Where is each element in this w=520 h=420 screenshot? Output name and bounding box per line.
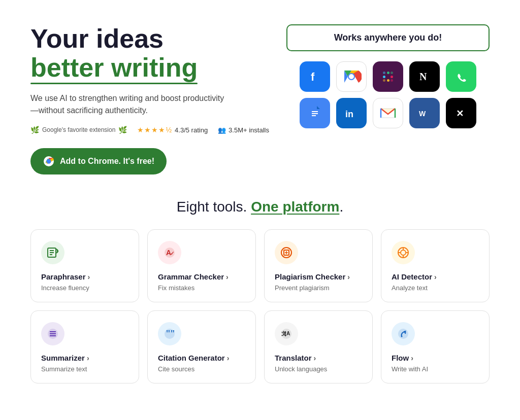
plagiarism-name: Plagiarism Checker › [275, 272, 362, 281]
chrome-icon [336, 61, 367, 92]
svg-text:f: f [311, 71, 315, 83]
add-chrome-button[interactable]: Add to Chrome. It's free! [30, 148, 167, 174]
citation-icon: " " [158, 322, 181, 345]
works-anywhere-button[interactable]: Works anywhere you do! [286, 24, 490, 51]
flow-desc: Write with AI [392, 365, 479, 373]
svg-text:in: in [345, 109, 353, 119]
grammar-icon: A ✓ [158, 241, 181, 264]
paraphraser-desc: Increase fluency [41, 284, 128, 292]
rating-value: 4.3/5 rating [175, 126, 208, 134]
people-icon: 👥 [218, 126, 226, 134]
svg-point-54 [398, 329, 408, 339]
google-label: Google's favorite extension [42, 126, 115, 133]
laurel-left: 🌿 [30, 126, 39, 134]
svg-rect-20 [312, 115, 316, 116]
notion-icon: N [409, 61, 440, 92]
star-icons: ★★★★½ [137, 126, 172, 134]
title-line2: better writing [30, 53, 198, 82]
plagiarism-icon [275, 241, 298, 264]
svg-rect-12 [391, 72, 393, 74]
section-title: Eight tools. One platform. [30, 199, 490, 215]
tool-card-grammar[interactable]: A ✓ Grammar Checker › Fix mistakes [147, 229, 256, 302]
flow-name: Flow › [392, 354, 479, 362]
citation-desc: Cite sources [158, 365, 245, 373]
hero-title: Your ideas better writing [30, 24, 274, 82]
svg-point-6 [349, 74, 354, 79]
translator-name: Translator › [275, 354, 362, 362]
translator-icon: 文 A [275, 322, 298, 345]
title-writing: writing [111, 53, 198, 82]
grammar-desc: Fix mistakes [158, 284, 245, 292]
svg-text:✓: ✓ [170, 251, 174, 256]
linkedin-icon: in [336, 98, 367, 128]
tool-card-flow[interactable]: Flow › Write with AI [381, 310, 490, 383]
word-icon: W [409, 98, 440, 128]
translator-desc: Unlock languages [275, 365, 362, 373]
google-docs-icon [300, 98, 330, 128]
facebook-icon: f [300, 61, 330, 92]
main-container: Your ideas better writing We use AI to s… [0, 0, 520, 404]
svg-point-55 [401, 336, 403, 337]
svg-rect-10 [391, 76, 393, 78]
svg-rect-19 [312, 113, 318, 114]
hero-left: Your ideas better writing We use AI to s… [30, 24, 274, 174]
installs-section: 👥 3.5M+ installs [218, 126, 269, 134]
svg-rect-9 [387, 79, 389, 82]
app-icons-grid: f [300, 61, 476, 128]
hero-section: Your ideas better writing We use AI to s… [30, 24, 490, 174]
ai-detector-desc: Analyze text [392, 284, 479, 292]
ai-detector-name: AI Detector › [392, 272, 479, 281]
ai-detector-icon [392, 241, 415, 264]
x-twitter-icon: ✕ [446, 98, 476, 128]
svg-rect-13 [383, 79, 385, 82]
gmail-icon [373, 98, 403, 128]
svg-point-38 [401, 250, 406, 255]
summarizer-name: Summarizer › [41, 354, 128, 362]
summarizer-icon [41, 322, 64, 345]
grammar-name: Grammar Checker › [158, 272, 245, 281]
hero-right: Works anywhere you do! f [286, 24, 490, 128]
svg-point-2 [47, 159, 51, 164]
tools-grid: Paraphraser › Increase fluency A ✓ Gramm… [30, 229, 490, 383]
paraphraser-icon [41, 241, 64, 264]
slack-icon [373, 61, 403, 92]
svg-text:A: A [286, 331, 290, 336]
section-plain: Eight tools. [177, 199, 251, 215]
hero-stats: 🌿 Google's favorite extension 🌿 ★★★★½ 4.… [30, 126, 274, 134]
flow-icon [392, 322, 415, 345]
plagiarism-desc: Prevent plagiarism [275, 284, 362, 292]
svg-rect-11 [383, 72, 385, 74]
rating-section: ★★★★½ 4.3/5 rating [137, 126, 208, 134]
citation-name: Citation Generator › [158, 354, 245, 362]
svg-text:N: N [419, 71, 427, 82]
paraphraser-name: Paraphraser › [41, 272, 128, 281]
title-line1: Your ideas [30, 24, 164, 53]
svg-text:": " [170, 329, 175, 339]
google-favorite: 🌿 Google's favorite extension 🌿 [30, 126, 127, 134]
tool-card-ai-detector[interactable]: AI Detector › Analyze text [381, 229, 490, 302]
title-better: better [30, 53, 111, 82]
tools-section: Eight tools. One platform. Paraphraser [30, 199, 490, 383]
svg-text:W: W [419, 110, 426, 118]
chrome-logo-icon [43, 155, 55, 167]
section-end: . [339, 199, 343, 215]
hero-subtitle: We use AI to strengthen writing and boos… [30, 92, 274, 117]
tool-card-paraphraser[interactable]: Paraphraser › Increase fluency [30, 229, 139, 302]
section-green: One platform [251, 199, 339, 215]
tool-card-translator[interactable]: 文 A Translator › Unlock languages [264, 310, 373, 383]
svg-rect-18 [312, 111, 318, 112]
installs-value: 3.5M+ installs [229, 126, 269, 134]
laurel-right: 🌿 [118, 126, 127, 134]
svg-text:✕: ✕ [456, 109, 464, 119]
whatsapp-icon [446, 61, 476, 92]
add-chrome-label: Add to Chrome. It's free! [60, 157, 154, 166]
svg-rect-7 [383, 76, 385, 78]
summarizer-desc: Summarize text [41, 365, 128, 373]
tool-card-plagiarism[interactable]: Plagiarism Checker › Prevent plagiarism [264, 229, 373, 302]
svg-rect-8 [387, 72, 389, 74]
svg-rect-14 [391, 79, 393, 82]
tool-card-citation[interactable]: " " Citation Generator › Cite sources [147, 310, 256, 383]
tool-card-summarizer[interactable]: Summarizer › Summarize text [30, 310, 139, 383]
